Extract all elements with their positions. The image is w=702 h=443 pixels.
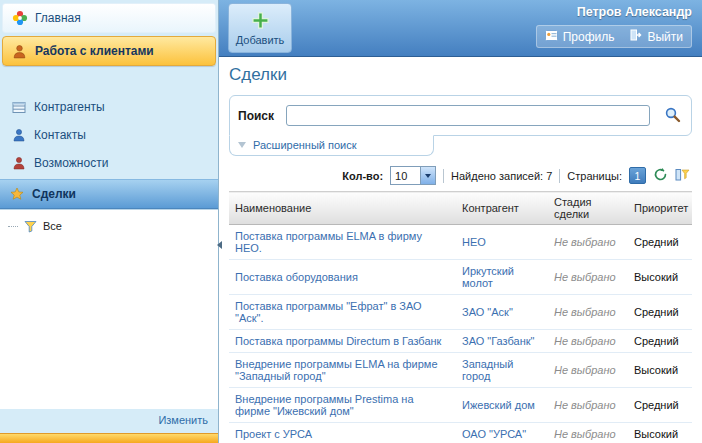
counterparty-cell: ЗАО "Аск" [456, 295, 548, 330]
stage-cell: Не выбрано [548, 423, 628, 443]
sidebar-item-counterparties[interactable]: Контрагенты [0, 93, 218, 121]
page-1-button[interactable]: 1 [629, 167, 646, 184]
deals-table: Наименование Контрагент Стадия сделки Пр… [229, 191, 692, 443]
counterparty-cell: Иркутский молот [456, 260, 548, 295]
refresh-icon [653, 167, 668, 184]
view-settings-button[interactable] [675, 167, 690, 184]
sidebar-subitems: Контрагенты Контакты Воз [0, 93, 218, 177]
deal-name-link[interactable]: Внедрение программы ELMA на фирме "Запад… [235, 358, 438, 382]
advanced-search-toggle[interactable]: Расширенный поиск [229, 135, 434, 156]
header-stage[interactable]: Стадия сделки [548, 192, 628, 225]
search-panel: Поиск [229, 95, 692, 136]
priority-cell: Средний [628, 225, 692, 260]
counterparty-cell: ОАО "УРСА" [456, 423, 548, 443]
counterparty-link[interactable]: ОАО "УРСА" [462, 428, 526, 440]
stage-cell: Не выбрано [548, 330, 628, 353]
priority-cell: Средний [628, 330, 692, 353]
sidebar-item-opportunities[interactable]: Возможности [0, 149, 218, 177]
search-input[interactable] [286, 105, 650, 126]
deal-name-link[interactable]: Проект с УРСА [235, 428, 312, 440]
header-priority[interactable]: Приоритет [628, 192, 692, 225]
deal-name-cell: Поставка оборудования [229, 260, 456, 295]
header-name[interactable]: Наименование [229, 192, 456, 225]
sidebar-item-home[interactable]: Главная [2, 3, 216, 33]
clients-icon [11, 43, 28, 59]
search-icon [664, 106, 681, 126]
filter-funnel-icon [22, 218, 39, 234]
sidebar-item-label: Контакты [34, 128, 86, 142]
table-row: Внедрение программы Prestima на фирме "И… [229, 388, 692, 423]
advanced-search-label: Расширенный поиск [253, 139, 357, 151]
sidebar: Главная Работа с клиентами [0, 0, 219, 443]
header-counterparty[interactable]: Контрагент [456, 192, 548, 225]
counterparty-link[interactable]: Западный город [462, 358, 513, 382]
content-area: Сделки Поиск Расширенный поиск [219, 57, 702, 443]
user-name: Петров Александр [536, 5, 692, 19]
stage-cell: Не выбрано [548, 295, 628, 330]
sidebar-item-label: Возможности [34, 156, 108, 170]
priority-cell: Высокий [628, 260, 692, 295]
counterparty-link[interactable]: НЕО [462, 236, 486, 248]
refresh-button[interactable] [653, 167, 668, 184]
contacts-icon [10, 127, 27, 143]
counterparty-link[interactable]: ЗАО "Газбанк" [462, 335, 534, 347]
add-button[interactable]: Добавить [228, 3, 292, 53]
counterparty-cell: НЕО [456, 225, 548, 260]
sidebar-collapse-handle[interactable] [216, 232, 222, 258]
counterparty-cell: ЗАО "Газбанк" [456, 330, 548, 353]
topbar: Добавить Петров Александр [219, 0, 702, 57]
search-label: Поиск [238, 109, 274, 123]
priority-cell: Высокий [628, 423, 692, 443]
stage-cell: Не выбрано [548, 388, 628, 423]
select-dropdown-icon [420, 167, 435, 184]
deal-name-cell: Внедрение программы Prestima на фирме "И… [229, 388, 456, 423]
deal-name-link[interactable]: Поставка программы "Ефрат" в ЗАО "Аск". [235, 300, 422, 324]
columns-funnel-icon [675, 167, 690, 184]
list-controls: Кол-во: 10 Найдено записей: 7 Страницы: … [229, 166, 690, 185]
priority-cell: Средний [628, 295, 692, 330]
divider [559, 169, 560, 183]
sidebar-item-label: Контрагенты [34, 100, 105, 114]
table-header-row: Наименование Контрагент Стадия сделки Пр… [229, 192, 692, 225]
deal-name-cell: Поставка программы ELMA в фирму НЕО. [229, 225, 456, 260]
table-row: Поставка оборудования Иркутский молот Не… [229, 260, 692, 295]
sidebar-section-clients[interactable]: Работа с клиентами [2, 36, 216, 66]
counterparty-link[interactable]: Ижевский дом [462, 399, 535, 411]
table-row: Поставка программы ELMA в фирму НЕО. НЕО… [229, 225, 692, 260]
add-button-label: Добавить [236, 34, 285, 46]
pages-label: Страницы: [567, 170, 622, 182]
profile-link[interactable]: Профиль [545, 29, 615, 44]
deal-name-link[interactable]: Поставка программы ELMA в фирму НЕО. [235, 230, 422, 254]
deal-name-cell: Проект с УРСА [229, 423, 456, 443]
page-size-select[interactable]: 10 [390, 166, 436, 185]
table-row: Поставка программы "Ефрат" в ЗАО "Аск". … [229, 295, 692, 330]
deal-name-cell: Поставка программы "Ефрат" в ЗАО "Аск". [229, 295, 456, 330]
deal-name-link[interactable]: Поставка программы Directum в Газбанк [235, 335, 441, 347]
tree-item-label: Все [43, 220, 62, 232]
table-row: Поставка программы Directum в Газбанк ЗА… [229, 330, 692, 353]
count-label: Кол-во: [342, 170, 383, 182]
counterparty-cell: Западный город [456, 353, 548, 388]
counterparty-link[interactable]: ЗАО "Аск" [462, 306, 513, 318]
edit-sidebar-link[interactable]: Изменить [158, 414, 208, 426]
counterparty-link[interactable]: Иркутский молот [462, 265, 514, 289]
plus-icon [251, 11, 270, 32]
logout-link[interactable]: Выйти [630, 29, 683, 44]
tree-item-all[interactable]: Все [4, 216, 214, 236]
deal-name-cell: Внедрение программы ELMA на фирме "Запад… [229, 353, 456, 388]
records-found-label: Найдено записей: 7 [451, 170, 552, 182]
deal-name-link[interactable]: Внедрение программы Prestima на фирме "И… [235, 393, 414, 417]
deal-name-link[interactable]: Поставка оборудования [235, 271, 358, 283]
sidebar-section-label: Работа с клиентами [35, 44, 154, 58]
page-title: Сделки [229, 65, 692, 85]
sidebar-item-contacts[interactable]: Контакты [0, 121, 218, 149]
profile-icon [545, 30, 558, 44]
sidebar-item-label: Сделки [32, 187, 76, 201]
search-button[interactable] [662, 106, 683, 126]
triangle-down-icon [238, 142, 246, 148]
main-pane: Добавить Петров Александр [219, 0, 702, 443]
sidebar-item-deals[interactable]: Сделки [0, 179, 218, 209]
tree-connector [8, 226, 18, 227]
user-block: Петров Александр Профиль [536, 5, 692, 48]
deals-tree-panel: Все [0, 209, 218, 409]
